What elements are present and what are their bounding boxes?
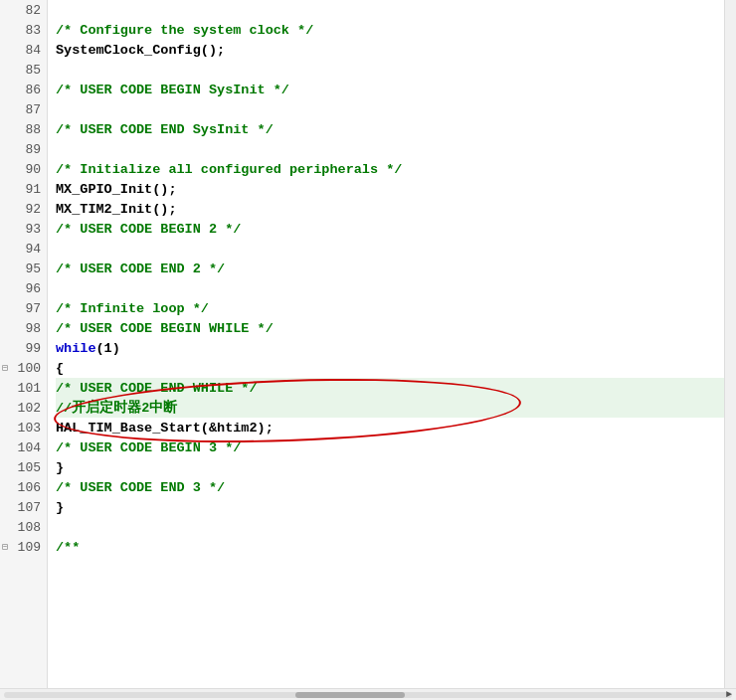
code-token: { — [56, 361, 64, 376]
line-number: 99 — [0, 338, 47, 358]
line-number: ⊟109 — [0, 537, 47, 557]
code-area: 828384858687888990919293949596979899⊟100… — [0, 0, 736, 688]
line-number: 105 — [0, 457, 47, 477]
line-number: 101 — [0, 378, 47, 398]
code-line: /* USER CODE END 3 */ — [56, 477, 724, 497]
code-token: } — [56, 460, 64, 475]
line-number: 88 — [0, 119, 47, 139]
line-number: 103 — [0, 418, 47, 438]
collapse-icon[interactable]: ⊟ — [2, 541, 8, 553]
line-number: 93 — [0, 219, 47, 239]
line-number: 92 — [0, 199, 47, 219]
code-token: /* USER CODE END SysInit */ — [56, 122, 274, 137]
line-number: 106 — [0, 477, 47, 497]
code-token: } — [56, 500, 64, 515]
editor-container: 828384858687888990919293949596979899⊟100… — [0, 0, 736, 700]
code-line — [56, 278, 724, 298]
code-token: while — [56, 341, 96, 356]
line-numbers: 828384858687888990919293949596979899⊟100… — [0, 0, 48, 688]
code-line: /** — [56, 537, 724, 557]
line-number: 95 — [0, 259, 47, 278]
code-token: HAL_TIM_Base_Start(&htim2); — [56, 421, 274, 436]
code-line: MX_TIM2_Init(); — [56, 199, 724, 219]
code-line: /* USER CODE BEGIN 2 */ — [56, 219, 724, 239]
code-line: /* Infinite loop */ — [56, 298, 724, 318]
code-token: /* USER CODE END 2 */ — [56, 262, 225, 276]
scrollbar-thumb[interactable] — [295, 692, 405, 698]
code-token: /* USER CODE END 3 */ — [56, 480, 225, 495]
code-line: } — [56, 497, 724, 517]
code-line — [56, 99, 724, 119]
code-line: /* Configure the system clock */ — [56, 20, 724, 40]
code-line — [56, 139, 724, 159]
code-token: SystemClock_Config(); — [56, 43, 225, 58]
line-number: ⊟100 — [0, 358, 47, 378]
line-number: 96 — [0, 278, 47, 298]
line-number: 86 — [0, 80, 47, 99]
code-token: /* Initialize all configured peripherals… — [56, 162, 402, 177]
line-number: 82 — [0, 0, 47, 20]
code-token: /* USER CODE BEGIN 3 */ — [56, 440, 241, 455]
line-number: 98 — [0, 318, 47, 338]
horizontal-scrollbar[interactable]: ► — [0, 688, 736, 700]
code-line: HAL_TIM_Base_Start(&htim2); — [56, 418, 724, 438]
line-number: 84 — [0, 40, 47, 60]
code-line: /* USER CODE END WHILE */ — [56, 378, 724, 398]
collapse-icon[interactable]: ⊟ — [2, 362, 8, 374]
code-token: (1) — [96, 341, 120, 356]
line-number: 97 — [0, 298, 47, 318]
line-number: 90 — [0, 159, 47, 179]
line-number: 91 — [0, 179, 47, 199]
code-line — [56, 60, 724, 80]
code-line: { — [56, 358, 724, 378]
code-line: while (1) — [56, 338, 724, 358]
line-number: 89 — [0, 139, 47, 159]
code-line — [56, 0, 724, 20]
line-number: 87 — [0, 99, 47, 119]
code-line: SystemClock_Config(); — [56, 40, 724, 60]
code-token: /* USER CODE END WHILE */ — [56, 381, 258, 396]
scroll-right-arrow[interactable]: ► — [726, 688, 732, 700]
line-number: 107 — [0, 497, 47, 517]
code-token: /* Configure the system clock */ — [56, 23, 313, 38]
line-number: 102 — [0, 398, 47, 418]
code-token: /* USER CODE BEGIN WHILE */ — [56, 321, 274, 336]
right-scrollbar[interactable] — [724, 0, 736, 688]
code-line — [56, 517, 724, 537]
code-line: //开启定时器2中断 — [56, 398, 724, 418]
code-token: //开启定时器2中断 — [56, 399, 177, 417]
code-token: /* USER CODE BEGIN SysInit */ — [56, 83, 289, 97]
code-line: /* USER CODE BEGIN SysInit */ — [56, 80, 724, 99]
line-number: 108 — [0, 517, 47, 537]
code-token: MX_TIM2_Init(); — [56, 202, 177, 217]
line-number: 85 — [0, 60, 47, 80]
code-line: MX_GPIO_Init(); — [56, 179, 724, 199]
code-line — [56, 239, 724, 259]
line-number: 83 — [0, 20, 47, 40]
code-token: /** — [56, 540, 80, 555]
code-token: /* Infinite loop */ — [56, 301, 209, 316]
code-line: /* USER CODE BEGIN WHILE */ — [56, 318, 724, 338]
code-line: /* USER CODE END SysInit */ — [56, 119, 724, 139]
code-line: /* USER CODE BEGIN 3 */ — [56, 438, 724, 457]
code-line: /* Initialize all configured peripherals… — [56, 159, 724, 179]
code-line: /* USER CODE END 2 */ — [56, 259, 724, 278]
code-content[interactable]: /* Configure the system clock */ SystemC… — [48, 0, 724, 688]
code-token: MX_GPIO_Init(); — [56, 182, 177, 197]
code-line: } — [56, 457, 724, 477]
line-number: 104 — [0, 438, 47, 457]
code-token: /* USER CODE BEGIN 2 */ — [56, 222, 241, 237]
line-number: 94 — [0, 239, 47, 259]
scrollbar-track[interactable] — [4, 692, 732, 698]
